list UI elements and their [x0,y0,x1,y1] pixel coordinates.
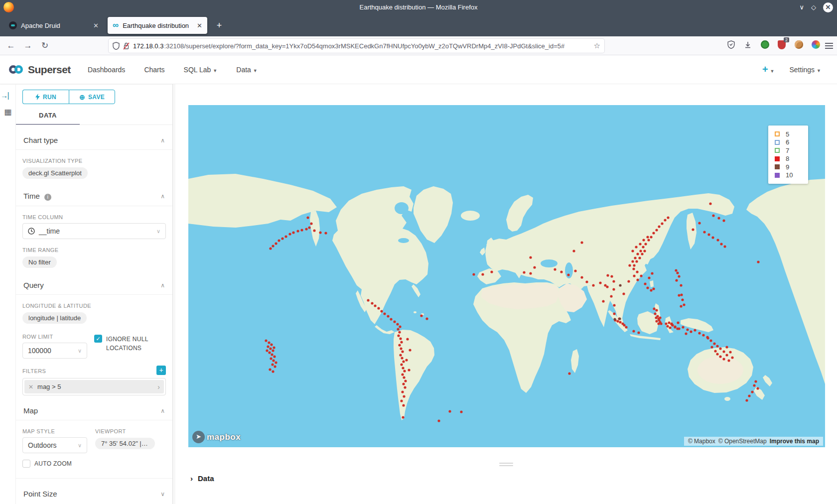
legend-item[interactable]: 6 [775,138,808,147]
ignore-null-checkbox[interactable]: ✓ [94,335,102,343]
extension-pinwheel-icon[interactable] [808,40,823,51]
filters-label: FILTERS [22,368,46,374]
resize-handle[interactable] [499,461,513,468]
run-button[interactable]: RUN [22,90,69,104]
maximize-icon[interactable]: ◇ [811,3,816,11]
close-tab-icon[interactable]: ✕ [93,22,99,29]
left-rail: →⎸ ▦ [0,84,16,504]
legend-item[interactable]: 10 [775,171,808,180]
firefox-logo-icon [3,2,14,12]
section-map[interactable]: Map∧ [22,395,166,420]
cookie-extension-icon[interactable] [791,40,806,51]
settings-menu[interactable]: Settings▼ [789,66,821,74]
add-filter-button[interactable]: + [156,366,166,375]
time-column-select[interactable]: __time ∨ [22,223,166,239]
chart-area: Earthquake distribution ☆ ✎ Altered 73k … [175,84,837,504]
nav-charts[interactable]: Charts [144,66,164,74]
mapbox-logo[interactable]: ➤ mapbox [192,431,241,443]
url-host: 172.18.0.3 [133,42,163,50]
legend-label: 5 [786,130,789,138]
nav-sql-lab[interactable]: SQL Lab▼ [184,66,218,74]
map-style-select[interactable]: Outdoors ∨ [22,437,87,453]
legend-item[interactable]: 9 [775,163,808,171]
superset-logo-icon[interactable] [14,65,23,74]
chevron-down-icon: ∨ [156,228,160,235]
map-canvas[interactable]: 5678910 ➤ mapbox © Mapbox © OpenStreetMa… [188,105,825,447]
time-range-label: TIME RANGE [22,247,166,253]
time-range-value[interactable]: No filter [22,256,57,268]
legend-item[interactable]: 5 [775,130,808,138]
legend-item[interactable]: 7 [775,146,808,155]
ublock-badge: 2 [784,37,789,42]
forward-icon[interactable]: → [21,41,35,51]
url-toolbar: ← → ↻ 172.18.0.3 :32108/superset/explore… [0,36,837,55]
pocket-shield-icon[interactable] [723,40,738,51]
clock-icon [28,228,35,235]
tab-label: Apache Druid [21,22,60,29]
legend-label: 10 [786,171,793,179]
chevron-up-icon: ∧ [160,282,165,289]
firefox-menu-icon[interactable] [825,41,833,50]
download-icon[interactable] [740,41,755,51]
legend-swatch-icon [775,131,780,136]
close-tab-icon[interactable]: ✕ [197,22,202,29]
save-button[interactable]: ⊕ SAVE [69,90,115,104]
privacy-badger-icon[interactable] [757,40,772,51]
data-panel-label: Data [198,474,214,483]
superset-brand[interactable]: Superset [28,64,71,76]
tracking-shield-icon[interactable] [113,42,120,50]
minimize-icon[interactable]: ∨ [799,3,804,11]
tab-apache-druid[interactable]: Apache Druid ✕ [4,17,104,34]
add-new-button[interactable]: +▼ [762,64,775,75]
close-window-icon[interactable]: ✕ [823,2,833,12]
attribution-improve-link[interactable]: Improve this map [770,438,819,445]
new-tab-button[interactable]: + [213,19,225,31]
filter-chip[interactable]: ✕ mag > 5 › [24,380,164,393]
reload-icon[interactable]: ↻ [38,40,52,51]
nav-data[interactable]: Data▼ [236,66,258,74]
tab-bar: Apache Druid ✕ ∞ Earthquake distribution… [0,14,837,36]
nav-dashboards[interactable]: Dashboards [88,66,126,74]
viewport-value[interactable]: 7° 35' 54.02" | 31... [95,438,155,449]
legend-swatch-icon [775,164,780,169]
url-bar[interactable]: 172.18.0.3 :32108/superset/explore/?form… [109,39,604,53]
attribution-osm-link[interactable]: © OpenStreetMap [718,438,767,445]
legend-label: 9 [786,163,789,171]
visualization-type-value[interactable]: deck.gl Scatterplot [22,167,88,179]
section-point-size[interactable]: Point Size∨ [22,479,166,503]
data-panel-toggle[interactable]: › Data [190,474,214,483]
tab-data[interactable]: DATA [16,112,80,125]
chevron-down-icon: ∨ [78,348,82,354]
tab-earthquake-distribution[interactable]: ∞ Earthquake distribution ✕ [108,17,207,34]
section-chart-type[interactable]: Chart type∧ [22,125,166,149]
superset-logo-icon: ∞ [113,20,119,30]
ublock-icon[interactable]: 2 [774,40,789,51]
section-time[interactable]: Time i ∧ [22,181,166,206]
legend-swatch-icon [775,156,780,161]
legend-label: 8 [786,155,789,162]
bookmark-star-icon[interactable]: ☆ [594,41,600,50]
firefox-titlebar: Earthquake distribution — Mozilla Firefo… [0,0,837,14]
ignore-null-label: IGNORE NULL LOCATIONS [106,335,151,353]
chevron-right-icon[interactable]: › [157,383,160,391]
time-column-label: TIME COLUMN [22,214,166,220]
viewport-label: VIEWPORT [95,428,155,434]
attribution-mapbox-link[interactable]: © Mapbox [688,438,715,445]
dataset-grid-icon[interactable]: ▦ [0,107,16,117]
map-style-label: MAP STYLE [22,428,87,434]
auto-zoom-checkbox[interactable] [22,460,30,468]
remove-filter-icon[interactable]: ✕ [28,383,33,390]
expand-datasource-icon[interactable]: →⎸ [0,91,16,100]
legend-swatch-icon [775,148,780,153]
section-query[interactable]: Query∧ [22,270,166,294]
control-panel: RUN ⊕ SAVE DATA Chart type∧ VISUALIZATIO… [16,84,173,504]
lonlat-value[interactable]: longitude | latitude [22,312,87,324]
row-limit-select[interactable]: 100000 ∨ [22,343,87,359]
insecure-lock-icon[interactable] [123,42,130,50]
map-legend: 5678910 [768,126,808,184]
legend-item[interactable]: 8 [775,155,808,163]
chevron-up-icon: ∧ [160,193,165,200]
world-map [188,105,825,447]
back-icon[interactable]: ← [4,41,18,51]
lightning-icon [35,94,40,100]
